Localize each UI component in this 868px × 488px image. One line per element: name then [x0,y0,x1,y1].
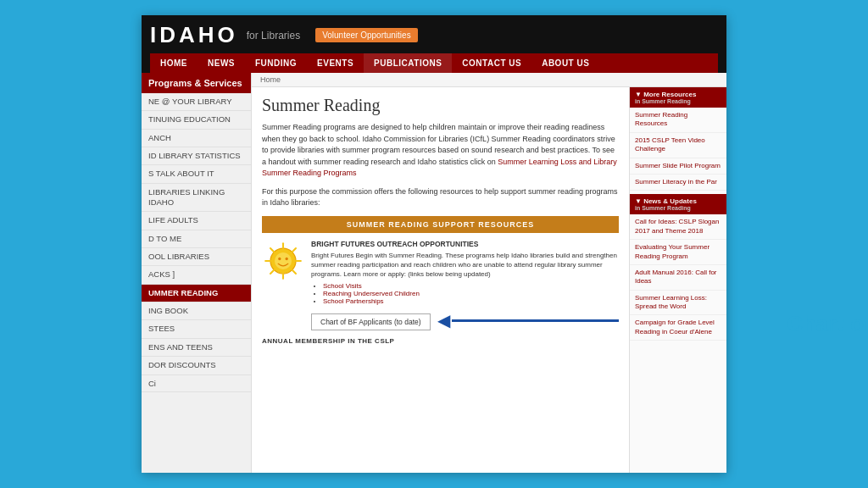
sidebar-item-anch[interactable]: ANCH [142,130,251,147]
nav-bar: HOME NEWS FUNDING EVENTS PUBLICATIONS CO… [150,53,718,73]
resources-header-text: ▼ More Resources [635,91,696,98]
page-body: Summer Reading Summer Reading programs a… [252,87,629,473]
annual-label: ANNUAL MEMBERSHIP IN THE CSLP [262,337,619,345]
news-sub: in Summer Reading [635,205,697,211]
resource-link-1[interactable]: 2015 CSLP Teen Video Challenge [630,133,726,158]
outreach-text: Bright Futures Begin with Summer Reading… [311,251,619,280]
content-area: Home Summer Reading Summer Reading progr… [252,73,726,473]
sidebar-item-acks[interactable]: ACKS ] [142,266,251,284]
browser-window: IDAHO for Libraries Volunteer Opportunit… [142,15,726,473]
news-widget-header: ▼ News & Updates in Summer Reading [630,194,726,214]
resource-link-0[interactable]: Summer Reading Resources [630,108,726,133]
svg-line-8 [292,248,296,252]
breadcrumb: Home [252,73,726,87]
arrow-indicator: ◀ [437,310,450,330]
sidebar-item-ci[interactable]: Ci [142,375,251,392]
site-logo: IDAHO [150,22,238,48]
svg-line-6 [270,248,274,252]
right-sidebar: ▼ More Resources in Summer Reading Summe… [629,87,726,473]
sidebar-item-ens[interactable]: ENS AND TEENS [142,339,251,357]
svg-line-9 [270,269,274,273]
nav-publications[interactable]: PUBLICATIONS [364,53,452,73]
page-title: Summer Reading [262,96,619,115]
sidebar-item-ne[interactable]: NE @ YOUR LIBRARY [142,93,251,111]
svg-line-7 [292,269,296,273]
nav-funding[interactable]: FUNDING [245,53,307,73]
sidebar-item-talk[interactable]: S TALK ABOUT IT [142,165,251,183]
news-link-4[interactable]: Campaign for Grade Level Reading in Coeu… [630,315,726,341]
left-sidebar: Programs & Services NE @ YOUR LIBRARY TI… [142,73,252,473]
site-header: IDAHO for Libraries Volunteer Opportunit… [142,15,726,73]
news-link-3[interactable]: Summer Learning Loss: Spread the Word [630,291,726,316]
sidebar-item-dto[interactable]: D TO ME [142,230,251,248]
sidebar-item-dor[interactable]: DOR DISCOUNTS [142,357,251,374]
sidebar-item-summer-reading[interactable]: UMMER READING [142,285,251,302]
outreach-title: BRIGHT FUTURES OUTREACH OPPORTUNITIES [311,240,619,248]
outreach-content: BRIGHT FUTURES OUTREACH OPPORTUNITIES Br… [311,240,619,331]
outreach-box: BRIGHT FUTURES OUTREACH OPPORTUNITIES Br… [262,240,619,331]
resource-link-2[interactable]: Summer Slide Pilot Program [630,158,726,175]
chart-btn[interactable]: Chart of BF Applicants (to date) [311,313,431,330]
news-link-1[interactable]: Evaluating Your Summer Reading Program [630,240,726,265]
section-header: SUMMER READING SUPPORT RESOURCES [262,216,619,233]
resources-widget-header: ▼ More Resources in Summer Reading [630,87,726,108]
logo-row: IDAHO for Libraries Volunteer Opportunit… [150,22,718,53]
nav-contact[interactable]: CONTACT US [452,53,531,73]
nav-news[interactable]: NEWS [198,53,245,73]
sidebar-item-stees[interactable]: STEES [142,320,251,338]
nav-about[interactable]: ABOUT US [531,53,599,73]
outer-frame: IDAHO for Libraries Volunteer Opportunit… [0,0,868,488]
partnerships-link[interactable]: School Partnerships [323,297,384,305]
svg-point-10 [278,257,281,259]
nav-events[interactable]: EVENTS [307,53,364,73]
svg-point-1 [275,252,292,269]
main-layout: Programs & Services NE @ YOUR LIBRARY TI… [142,73,726,473]
nav-home[interactable]: HOME [150,53,198,73]
main-content: Summer Reading Summer Reading programs a… [252,87,726,473]
school-visits-link[interactable]: School Visits [323,282,362,290]
sidebar-item-ool[interactable]: OOL LIBRARIES [142,248,251,266]
big-chart-label: Chart of Applicants [787,311,868,337]
sidebar-item-tinuing[interactable]: TINUING EDUCATION [142,111,251,129]
site-logo-for: for Libraries [247,30,300,42]
outreach-links: School Visits Reaching Underserved Child… [311,282,619,305]
sidebar-item-life[interactable]: LIFE ADULTS [142,212,251,230]
news-link-2[interactable]: Adult Manual 2016: Call for Ideas [630,265,726,291]
news-link-0[interactable]: Call for Ideas: CSLP Slogan 2017 and The… [630,214,726,240]
sidebar-item-linking[interactable]: LIBRARIES LINKING IDAHO [142,184,251,213]
svg-point-11 [286,257,288,259]
volunteer-button[interactable]: Volunteer Opportunities [315,28,418,42]
page-intro-1: Summer Reading programs are designed to … [262,122,619,180]
resources-sub: in Summer Reading [635,98,696,104]
news-header-text: ▼ News & Updates [635,197,697,205]
page-intro-2: For this purpose the commission offers t… [262,186,619,209]
sidebar-item-stats[interactable]: ID LIBRARY STATISTICS [142,147,251,165]
sun-icon [262,240,304,282]
underserved-link[interactable]: Reaching Underserved Children [323,290,420,297]
resource-link-3[interactable]: Summer Literacy in the Par [630,175,726,191]
sidebar-header: Programs & Services [142,73,251,93]
sidebar-item-ing[interactable]: ING BOOK [142,302,251,320]
